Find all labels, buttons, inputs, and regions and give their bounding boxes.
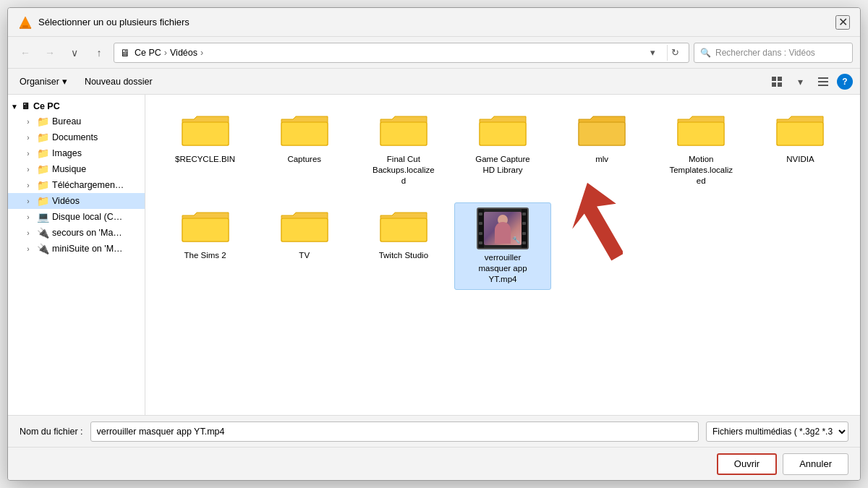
- sidebar-item-disque-local[interactable]: › 💻 Disque local (C…: [8, 209, 145, 225]
- view-details-button[interactable]: [814, 72, 833, 91]
- mini-drive-icon: 🔌: [37, 243, 49, 254]
- file-item-tv[interactable]: TV: [256, 202, 352, 290]
- cancel-button[interactable]: Annuler: [783, 453, 848, 475]
- search-placeholder: Rechercher dans : Vidéos: [715, 48, 815, 58]
- svg-rect-7: [818, 77, 828, 79]
- close-button[interactable]: ✕: [835, 15, 850, 30]
- expand-videos-icon: ›: [22, 197, 34, 205]
- expand-images-icon: ›: [22, 150, 34, 158]
- disk-label: Disque local (C…: [52, 212, 122, 222]
- file-dialog: Sélectionner un ou plusieurs fichiers ✕ …: [7, 7, 861, 481]
- path-separator-1: ›: [164, 48, 167, 58]
- file-name-nvidia: NVIDIA: [786, 154, 814, 165]
- title-bar: Sélectionner un ou plusieurs fichiers ✕: [8, 8, 860, 37]
- bureau-folder-icon: 📁: [37, 116, 49, 127]
- svg-rect-12: [380, 122, 427, 145]
- filename-input[interactable]: [90, 421, 699, 442]
- action-bar: Organiser ▾ Nouveau dossier ▾: [8, 69, 860, 95]
- details-view-icon: [817, 76, 829, 87]
- secours-label: secours on 'Ma…: [52, 228, 122, 238]
- svg-rect-1: [22, 25, 28, 27]
- sidebar-item-images[interactable]: › 📁 Images: [8, 145, 145, 161]
- disk-icon: 💻: [37, 211, 49, 223]
- up-button[interactable]: ↑: [89, 43, 109, 63]
- back-button[interactable]: ←: [15, 43, 35, 63]
- file-name-gamecapture: Game Capture HD Library: [470, 154, 535, 176]
- file-item-motion[interactable]: Motion Templates.localiz ed: [653, 106, 749, 191]
- svg-rect-14: [579, 122, 625, 145]
- file-item-nvidia[interactable]: NVIDIA: [752, 106, 848, 191]
- path-separator-2: ›: [200, 48, 203, 58]
- folder-icon-tv: [278, 207, 331, 247]
- organize-label: Organiser: [20, 77, 59, 87]
- file-item-video[interactable]: 🔧 verrouiller masquer app YT.mp4: [454, 202, 550, 290]
- title-bar-left: Sélectionner un ou plusieurs fichiers: [18, 15, 190, 30]
- address-bar-dropdown-icon[interactable]: ▾: [645, 46, 660, 60]
- expand-documents-icon: ›: [22, 134, 34, 142]
- sidebar-item-videos[interactable]: › 📁 Vidéos: [8, 193, 145, 209]
- sidebar-item-musique[interactable]: › 📁 Musique: [8, 161, 145, 177]
- file-name-video: verrouiller masquer app YT.mp4: [470, 252, 535, 285]
- svg-rect-6: [778, 82, 782, 87]
- sidebar-item-documents[interactable]: › 📁 Documents: [8, 129, 145, 145]
- computer-icon: 🖥: [120, 47, 130, 59]
- expand-ce-pc-icon: ▼: [11, 103, 18, 111]
- action-bar-right: ▾ ?: [767, 72, 853, 91]
- help-button[interactable]: ?: [837, 74, 853, 90]
- film-strip-left: [478, 209, 484, 248]
- open-button[interactable]: Ouvrir: [717, 453, 777, 475]
- file-item-finalcut[interactable]: Final Cut Backups.localize d: [355, 106, 451, 191]
- forward-button[interactable]: →: [40, 43, 60, 63]
- vlc-icon: [18, 15, 33, 30]
- file-item-mlv[interactable]: mlv: [554, 106, 650, 191]
- refresh-button[interactable]: ↻: [667, 45, 683, 61]
- sidebar-item-bureau[interactable]: › 📁 Bureau: [8, 114, 145, 129]
- sidebar-item-ce-pc[interactable]: ▼ 🖥 Ce PC: [8, 99, 145, 114]
- new-folder-label: Nouveau dossier: [85, 77, 153, 87]
- file-item-sims2[interactable]: The Sims 2: [157, 202, 253, 290]
- file-name-mlv: mlv: [595, 154, 608, 165]
- videos-label: Vidéos: [52, 196, 80, 206]
- new-folder-button[interactable]: Nouveau dossier: [80, 75, 157, 88]
- folder-icon-sims2: [179, 207, 231, 247]
- view-large-icon-button[interactable]: [767, 72, 786, 91]
- address-bar[interactable]: 🖥 Ce PC › Vidéos › ▾ ↻: [114, 43, 689, 63]
- sidebar-item-telechargements[interactable]: › 📁 Téléchargemen…: [8, 177, 145, 193]
- file-name-finalcut: Final Cut Backups.localize d: [371, 154, 436, 187]
- folder-icon-captures: [278, 111, 331, 151]
- file-item-recycle[interactable]: $RECYCLE.BIN: [157, 106, 253, 191]
- file-name-captures: Captures: [287, 154, 321, 165]
- tele-folder-icon: 📁: [37, 179, 49, 191]
- expand-bureau-icon: ›: [22, 118, 34, 126]
- main-content: ▼ 🖥 Ce PC › 📁 Bureau › 📁 Documents › 📁 I…: [8, 95, 860, 415]
- video-thumbnail: 🔧: [477, 207, 529, 249]
- filetype-select[interactable]: Fichiers multimédias ( *.3g2 *.3: [706, 421, 848, 442]
- images-folder-icon: 📁: [37, 147, 49, 159]
- file-grid-row1: $RECYCLE.BIN Captures Final Cut Backups.…: [157, 106, 848, 191]
- dialog-title: Sélectionner un ou plusieurs fichiers: [38, 17, 190, 27]
- svg-rect-19: [380, 218, 427, 241]
- svg-rect-5: [772, 82, 776, 87]
- svg-rect-15: [678, 122, 724, 145]
- file-grid-row2: The Sims 2 TV Twitch Studio: [157, 202, 848, 290]
- folder-icon-gamecapture: [477, 111, 529, 151]
- filename-label: Nom du fichier :: [20, 427, 83, 437]
- file-name-motion: Motion Templates.localiz ed: [668, 154, 733, 187]
- sidebar-item-minisuite[interactable]: › 🔌 miniSuite on 'M…: [8, 241, 145, 257]
- organize-button[interactable]: Organiser ▾: [15, 74, 72, 88]
- organize-arrow: ▾: [62, 76, 67, 87]
- svg-rect-16: [777, 122, 823, 145]
- expand-tele-icon: ›: [22, 181, 34, 189]
- file-item-twitchstudio[interactable]: Twitch Studio: [355, 202, 451, 290]
- file-item-gamecapture[interactable]: Game Capture HD Library: [454, 106, 550, 191]
- file-name-tv: TV: [299, 250, 310, 261]
- computer-sidebar-icon: 🖥: [21, 101, 30, 111]
- musique-folder-icon: 📁: [37, 163, 49, 175]
- button-row: Ouvrir Annuler: [8, 447, 860, 480]
- expand-button[interactable]: ∨: [64, 43, 85, 63]
- sidebar-item-secours[interactable]: › 🔌 secours on 'Ma…: [8, 225, 145, 241]
- view-dropdown-button[interactable]: ▾: [791, 72, 809, 91]
- video-preview: 🔧: [484, 212, 522, 245]
- file-item-captures[interactable]: Captures: [256, 106, 352, 191]
- search-bar[interactable]: 🔍 Rechercher dans : Vidéos: [694, 43, 853, 63]
